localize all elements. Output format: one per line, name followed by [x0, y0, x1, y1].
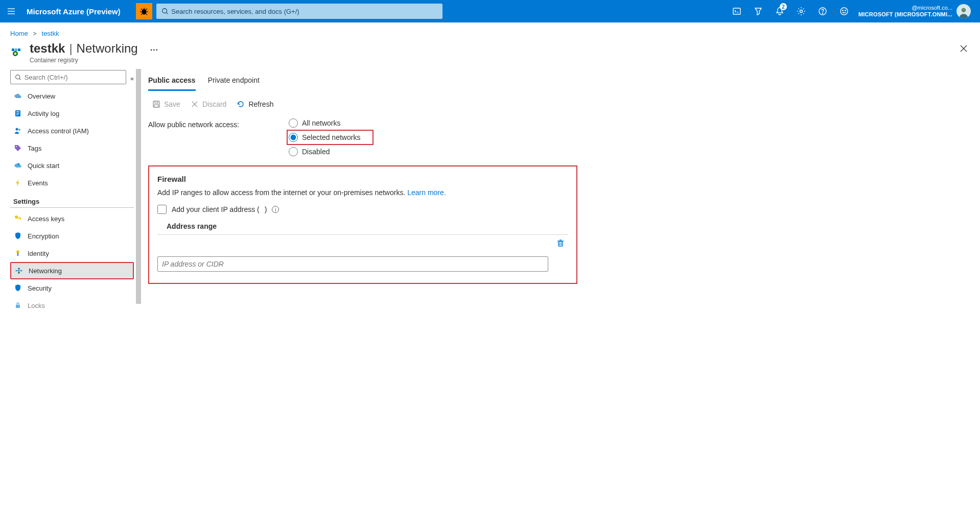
ip-range-input[interactable] — [157, 256, 548, 272]
sidebar-item-label: Identity — [28, 250, 49, 257]
sidebar-search[interactable] — [10, 70, 126, 84]
page-header: testkk | Networking Container registry ·… — [0, 40, 980, 68]
lock-icon — [13, 301, 22, 309]
shield-icon — [13, 284, 22, 292]
directory-filter-icon[interactable] — [748, 0, 768, 22]
account-menu[interactable]: @microsoft.co... MICROSOFT (MICROSOFT.ON… — [858, 4, 976, 18]
svg-point-37 — [16, 146, 17, 147]
menu-icon[interactable] — [4, 4, 18, 18]
sidebar-search-input[interactable] — [24, 73, 122, 82]
address-range-column-header: Address range — [157, 222, 568, 230]
sidebar-item-networking[interactable]: Networking — [10, 262, 134, 279]
svg-rect-34 — [16, 114, 18, 115]
sidebar-item-overview[interactable]: Overview — [10, 87, 134, 105]
avatar — [956, 4, 971, 18]
sidebar-item-label: Locks — [28, 302, 45, 309]
sidebar-item-access-keys[interactable]: Access keys — [10, 210, 134, 227]
svg-rect-33 — [16, 113, 19, 113]
svg-rect-39 — [17, 218, 21, 219]
global-search-input[interactable] — [170, 7, 437, 16]
radio-all-networks[interactable]: All networks — [289, 118, 361, 128]
add-client-ip-checkbox[interactable] — [157, 205, 167, 214]
svg-rect-24 — [18, 49, 20, 51]
svg-line-10 — [146, 14, 147, 15]
container-registry-icon — [10, 43, 25, 59]
svg-point-20 — [845, 10, 846, 11]
shield-icon — [13, 232, 22, 240]
help-icon[interactable] — [812, 0, 833, 22]
settings-icon[interactable] — [791, 0, 811, 22]
notifications-icon[interactable]: 2 — [769, 0, 790, 22]
resource-name: testkk — [30, 41, 65, 56]
sidebar-item-locks[interactable]: Locks — [10, 297, 134, 314]
sidebar-item-security[interactable]: Security — [10, 279, 134, 297]
top-nav: Microsoft Azure (Preview) 2 @ — [0, 0, 980, 22]
scrollbar-thumb[interactable] — [136, 69, 141, 304]
refresh-button[interactable]: Refresh — [237, 100, 273, 108]
firewall-section: Firewall Add IP ranges to allow access f… — [148, 165, 577, 284]
sidebar-item-label: Access control (IAM) — [28, 127, 89, 135]
chevron-right-icon: > — [30, 30, 40, 37]
svg-rect-26 — [14, 53, 16, 55]
log-icon — [13, 109, 22, 117]
svg-point-17 — [822, 13, 823, 13]
trash-icon[interactable] — [553, 239, 568, 249]
more-actions-icon[interactable]: ··· — [150, 41, 158, 55]
sidebar-item-tags[interactable]: Tags — [10, 139, 134, 157]
sidebar-item-identity[interactable]: Identity — [10, 245, 134, 262]
resource-type-label: Container registry — [30, 57, 138, 64]
close-icon[interactable] — [960, 41, 970, 55]
svg-rect-23 — [15, 49, 17, 51]
svg-rect-22 — [12, 49, 14, 51]
svg-point-35 — [16, 128, 18, 131]
svg-point-15 — [800, 10, 802, 13]
svg-rect-13 — [733, 8, 740, 14]
breadcrumb-current[interactable]: testkk — [42, 30, 59, 37]
content-pane: Public access Private endpoint Save Disc… — [141, 68, 980, 521]
svg-point-21 — [962, 8, 966, 12]
breadcrumb: Home > testkk — [0, 22, 980, 40]
bolt-icon — [13, 179, 22, 187]
svg-point-3 — [142, 9, 146, 14]
sidebar-collapse-icon[interactable]: « — [130, 75, 134, 82]
learn-more-link[interactable]: Learn more. — [407, 188, 446, 197]
sidebar-item-label: Overview — [28, 92, 55, 100]
save-button[interactable]: Save — [152, 100, 180, 108]
svg-rect-40 — [20, 219, 21, 220]
svg-rect-55 — [558, 242, 563, 246]
bug-icon[interactable] — [136, 3, 152, 19]
sidebar-item-label: Encryption — [28, 232, 59, 240]
account-tenant: MICROSOFT (MICROSOFT.ONMI... — [858, 11, 952, 18]
info-icon[interactable]: i — [272, 206, 279, 213]
sidebar-item-events[interactable]: Events — [10, 174, 134, 192]
sidebar-item-quick-start[interactable]: Quick start — [10, 157, 134, 174]
feedback-icon[interactable] — [834, 0, 854, 22]
sidebar-item-label: Networking — [29, 267, 62, 275]
tab-public-access[interactable]: Public access — [148, 73, 196, 91]
breadcrumb-home[interactable]: Home — [10, 30, 28, 37]
svg-point-36 — [18, 129, 20, 131]
brand-title[interactable]: Microsoft Azure (Preview) — [22, 7, 132, 16]
sidebar-item-access-control[interactable]: Access control (IAM) — [10, 122, 134, 139]
sidebar-item-activity-log[interactable]: Activity log — [10, 105, 134, 122]
svg-point-11 — [162, 9, 167, 13]
firewall-description: Add IP ranges to allow access from the i… — [157, 188, 568, 197]
client-ip-label-post: ) — [265, 205, 267, 213]
global-search[interactable] — [156, 4, 442, 19]
firewall-title: Firewall — [157, 175, 568, 183]
rocket-icon — [13, 161, 22, 170]
notification-badge: 2 — [780, 3, 787, 10]
sidebar-item-encryption[interactable]: Encryption — [10, 227, 134, 245]
radio-selected-networks[interactable]: Selected networks — [287, 130, 374, 145]
network-icon — [14, 267, 24, 275]
svg-point-19 — [843, 10, 843, 11]
svg-line-12 — [166, 13, 168, 14]
sidebar-item-label: Security — [28, 284, 52, 292]
radio-disabled[interactable]: Disabled — [289, 147, 361, 156]
discard-button[interactable]: Discard — [191, 100, 226, 108]
svg-rect-32 — [16, 111, 19, 112]
cloud-shell-icon[interactable] — [727, 0, 747, 22]
tab-private-endpoint[interactable]: Private endpoint — [208, 73, 260, 91]
key-icon — [13, 214, 22, 223]
sidebar-item-label: Events — [28, 179, 48, 187]
